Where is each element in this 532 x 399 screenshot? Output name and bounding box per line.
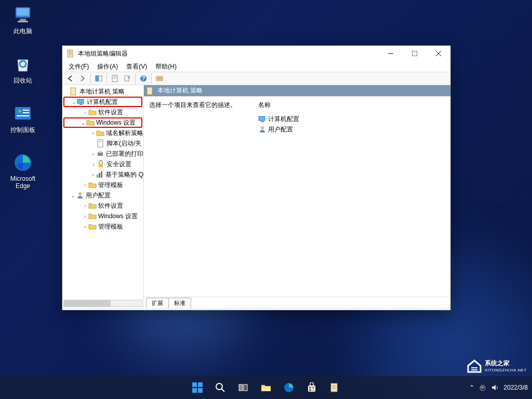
chevron-right-icon[interactable]: › [82,224,88,230]
gpedit-window: 本地组策略编辑器 文件(F) 操作(A) 查看(V) 帮助(H) ? [62,45,451,310]
tree-scripts[interactable]: 脚本(启动/关 [62,138,143,149]
chevron-right-icon[interactable]: › [90,162,97,167]
tree-deployed-printers[interactable]: › 已部署的打印 [62,149,143,159]
menu-help[interactable]: 帮助(H) [152,61,180,72]
computer-icon [77,98,85,106]
column-name[interactable]: 名称 [258,101,445,110]
tree-label: 管理模板 [98,222,123,231]
maximize-button[interactable] [403,46,427,61]
menu-view[interactable]: 查看(V) [123,61,150,72]
tree-security-settings[interactable]: › 安全设置 [62,159,143,169]
tree-label: Windows 设置 [98,212,138,221]
forward-button[interactable] [77,73,88,84]
chevron-right-icon[interactable]: › [82,214,88,219]
task-view-button[interactable] [233,377,254,398]
chevron-right-icon[interactable]: › [90,151,96,157]
toolbar-help-button[interactable]: ? [138,73,149,84]
svg-rect-33 [98,140,103,147]
svg-point-41 [78,192,82,195]
tree-u-software-settings[interactable]: › 软件设置 [62,201,143,211]
svg-text:?: ? [141,75,145,82]
back-button[interactable] [64,73,76,84]
tree-policy-qos[interactable]: › 基于策略的 Q [62,169,143,180]
chevron-right-icon[interactable]: › [82,182,88,188]
tray-volume-icon[interactable] [491,384,498,391]
titlebar[interactable]: 本地组策略编辑器 [62,46,450,61]
tree-software-settings[interactable]: › 软件设置 [62,107,143,117]
folder-icon [88,212,97,220]
list-item-computer-config[interactable]: 计算机配置 [258,114,445,124]
svg-point-52 [216,383,222,390]
tree-label: 管理模板 [98,181,123,190]
chevron-right-icon[interactable]: › [90,172,96,178]
statusbar [62,308,450,310]
toolbar-properties-button[interactable] [109,73,121,84]
tab-extended[interactable]: 扩展 [146,298,169,308]
svg-rect-38 [97,175,98,178]
chevron-right-icon[interactable]: › [90,130,96,136]
svg-rect-20 [99,76,102,81]
svg-rect-7 [23,110,29,111]
svg-rect-16 [412,51,417,56]
tree-label: 计算机配置 [87,98,118,107]
tree-label: 脚本(启动/关 [107,139,141,148]
watermark-text: 系统之家 [485,359,527,368]
edge-taskbar-button[interactable] [278,377,299,398]
chevron-right-icon[interactable]: › [82,110,88,115]
explorer-button[interactable] [256,377,276,398]
svg-rect-31 [77,99,84,103]
tree-dns-policy[interactable]: › 域名解析策略 [62,128,143,138]
menubar: 文件(F) 操作(A) 查看(V) 帮助(H) [62,61,450,72]
toolbar-show-hide-button[interactable] [93,73,104,84]
svg-rect-3 [18,21,28,22]
svg-point-45 [261,126,264,129]
desktop-icon-edge[interactable]: Microsoft Edge [5,152,41,190]
menu-file[interactable]: 文件(F) [65,61,92,72]
desktop-icon-this-pc[interactable]: 此电脑 [5,4,41,36]
policy-doc-icon [70,87,78,96]
close-button[interactable] [427,46,450,61]
start-button[interactable] [187,377,208,398]
folder-icon [96,129,104,137]
store-button[interactable] [301,377,322,398]
horizontal-scrollbar[interactable] [63,300,142,307]
chevron-down-icon[interactable]: ⌄ [70,193,76,198]
tree-user-config[interactable]: ⌄ 用户配置 [62,190,143,201]
tree-label: 用户配置 [86,191,111,200]
minimize-button[interactable] [379,46,403,61]
tree-u-admin-templates[interactable]: › 管理模板 [62,221,143,232]
folder-icon [88,108,97,116]
svg-rect-56 [261,387,271,391]
desktop-icon-recycle-bin[interactable]: 回收站 [5,54,41,85]
tab-standard[interactable]: 标准 [168,298,191,308]
tray-ime-icon[interactable]: ㊥ [480,383,486,392]
svg-rect-36 [99,151,102,153]
svg-rect-8 [23,112,29,113]
svg-rect-48 [192,382,197,387]
chevron-down-icon[interactable]: ⌄ [71,99,77,105]
tree-computer-config[interactable]: ⌄ 计算机配置 [63,97,142,107]
toolbar-filter-button[interactable] [154,73,165,84]
tray-clock[interactable]: 2022/3/8 [503,384,528,391]
tree-root[interactable]: 本地计算机 策略 [62,86,143,97]
search-button[interactable] [210,377,231,398]
watermark: 系统之家 XITONGZHIJIA.NET [466,357,527,374]
gpedit-icon [66,49,75,58]
svg-point-6 [18,110,21,113]
menu-action[interactable]: 操作(A) [94,61,121,72]
gpedit-taskbar-button[interactable] [324,377,345,398]
tree-label: 已部署的打印 [106,150,143,158]
list-item-user-config[interactable]: 用户配置 [258,124,445,135]
chevron-down-icon[interactable]: ⌄ [80,120,86,126]
tree-u-windows-settings[interactable]: › Windows 设置 [62,211,143,221]
tree-label: 本地计算机 策略 [79,87,125,96]
tree-windows-settings[interactable]: ⌄ Windows 设置 [63,117,142,128]
folder-icon [88,181,97,189]
tray-chevron-icon[interactable]: ⌃ [469,384,474,391]
chevron-right-icon[interactable]: › [82,203,88,209]
toolbar-export-button[interactable] [122,73,133,84]
desktop-icon-control-panel[interactable]: 控制面板 [5,103,41,135]
list-item-label: 计算机配置 [268,115,299,124]
window-title: 本地组策略编辑器 [78,49,379,58]
tree-admin-templates[interactable]: › 管理模板 [62,180,143,190]
